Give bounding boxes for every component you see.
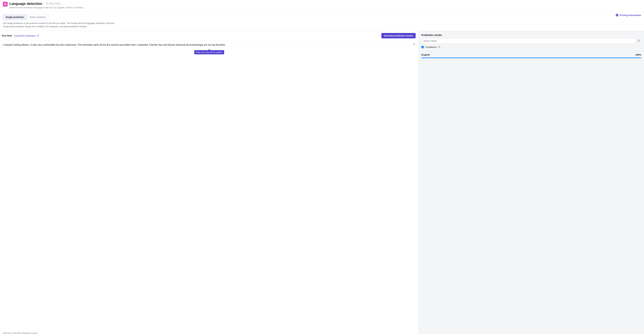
text-input-panel: Text field Supported languages Generate …: [0, 31, 418, 334]
confidence-swatch: [421, 46, 424, 48]
search-labels-input[interactable]: [421, 38, 636, 44]
pricing-label: Pricing Information: [620, 14, 641, 16]
globe-icon: [3, 2, 8, 6]
header: Language detection AI SOLUTION Determine…: [0, 0, 644, 11]
results-panel: Prediction results Confidence English 10…: [418, 31, 644, 334]
confidence-legend: Confidence: [418, 46, 644, 51]
character-count: 206 out of 100,000 characters used.: [0, 331, 418, 334]
clear-text-icon[interactable]: [413, 43, 416, 46]
svg-point-12: [439, 46, 440, 47]
tab-single-prediction[interactable]: Single prediction: [3, 14, 27, 20]
supported-languages-link[interactable]: Supported languages: [14, 34, 39, 37]
tabs-desc-line2: To generate prediction results from mult…: [3, 25, 87, 28]
svg-text:$: $: [617, 14, 618, 16]
text-field-header: Text field Supported languages Generate …: [0, 31, 418, 41]
page-title: Language detection: [10, 2, 42, 6]
tabs-description: Use single prediction to get real-time r…: [3, 22, 115, 28]
ai-solution-badge: AI SOLUTION: [44, 2, 62, 5]
result-label: English: [421, 53, 430, 56]
result-value: 100%: [635, 53, 641, 56]
text-area-wrapper: I enjoyed visiting Mexico. It was very c…: [0, 41, 418, 334]
generate-results-button[interactable]: Generate prediction results: [382, 33, 416, 38]
sort-icon[interactable]: [638, 39, 641, 43]
text-input[interactable]: I enjoyed visiting Mexico. It was very c…: [0, 41, 418, 49]
page-subtitle: Determine the dominant language in text …: [10, 6, 84, 9]
text-field-label: Text field: [2, 34, 12, 37]
result-confidence-bar: [421, 57, 641, 58]
tabs-bar: Single prediction Batch prediction Use s…: [0, 11, 644, 31]
result-row: English 100%: [418, 51, 644, 60]
pricing-information-link[interactable]: $ Pricing Information: [616, 13, 641, 17]
tab-batch-prediction[interactable]: Batch prediction: [27, 14, 49, 20]
confidence-label: Confidence: [425, 46, 437, 48]
tabs-desc-line1: Use single prediction to get real-time r…: [3, 22, 115, 24]
dollar-icon: $: [616, 13, 619, 17]
enter-text-tooltip: Enter your own text to predict.: [194, 50, 224, 54]
supported-languages-text: Supported languages: [14, 34, 36, 37]
results-header: Prediction results: [418, 31, 644, 38]
external-link-icon: [37, 34, 39, 37]
info-icon[interactable]: [438, 46, 440, 48]
main: Text field Supported languages Generate …: [0, 31, 644, 334]
prediction-mode-tabs: Single prediction Batch prediction: [3, 14, 49, 20]
